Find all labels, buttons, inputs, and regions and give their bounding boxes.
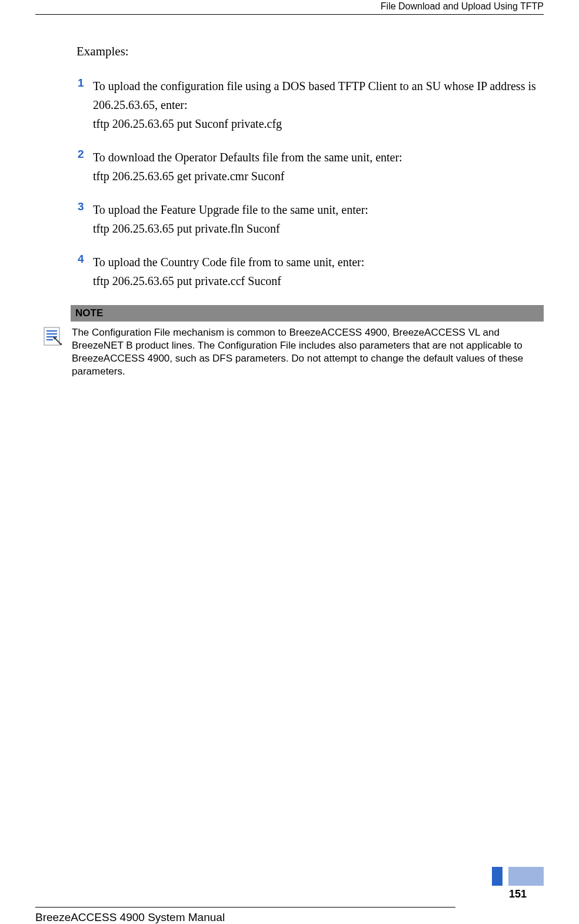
example-item: 2 To download the Operator Defaults file… (76, 148, 544, 186)
example-command: tftp 206.25.63.65 get private.cmr Suconf (93, 170, 285, 183)
header-divider (35, 14, 544, 15)
example-description: To download the Operator Defaults file f… (93, 151, 402, 164)
example-text: To upload the Feature Upgrade file to th… (93, 200, 368, 238)
example-item: 3 To upload the Feature Upgrade file to … (76, 200, 544, 238)
footer-manual-name: BreezeACCESS 4900 System Manual (0, 908, 579, 924)
example-command: tftp 206.25.63.65 put private.ccf Suconf (93, 274, 281, 287)
example-command: tftp 206.25.63.65 put private.fln Suconf (93, 222, 280, 235)
example-text: To download the Operator Defaults file f… (93, 148, 402, 186)
page-content: Examples: 1 To upload the configuration … (76, 35, 544, 378)
note-icon (42, 326, 64, 347)
note-header: NOTE (71, 305, 544, 322)
footer-bars (492, 867, 544, 886)
page-number: 151 (509, 888, 527, 900)
footer-bar-light (508, 867, 544, 886)
example-description: To upload the Country Code file from to … (93, 256, 364, 269)
examples-heading: Examples: (76, 44, 544, 59)
example-number: 3 (76, 200, 93, 238)
page-header: File Download and Upload Using TFTP (0, 0, 579, 15)
page-footer: BreezeACCESS 4900 System Manual 151 (0, 907, 579, 924)
example-number: 1 (76, 77, 93, 133)
footer-bar-accent (492, 867, 503, 886)
example-number: 2 (76, 148, 93, 186)
example-item: 1 To upload the configuration file using… (76, 77, 544, 133)
example-number: 4 (76, 253, 93, 290)
example-item: 4 To upload the Country Code file from t… (76, 253, 544, 290)
example-text: To upload the configuration file using a… (93, 77, 544, 133)
note-block: NOTE The Configuration File mechanism is… (35, 305, 544, 378)
header-title: File Download and Upload Using TFTP (0, 0, 579, 14)
example-text: To upload the Country Code file from to … (93, 253, 364, 290)
note-body: NOTE The Configuration File mechanism is… (71, 305, 544, 378)
example-description: To upload the configuration file using a… (93, 80, 536, 111)
note-icon-wrapper (35, 305, 71, 378)
footer-bar-group: 151 (492, 867, 544, 900)
example-description: To upload the Feature Upgrade file to th… (93, 203, 368, 216)
example-command: tftp 206.25.63.65 put Suconf private.cfg (93, 117, 282, 130)
note-text: The Configuration File mechanism is comm… (71, 322, 544, 378)
